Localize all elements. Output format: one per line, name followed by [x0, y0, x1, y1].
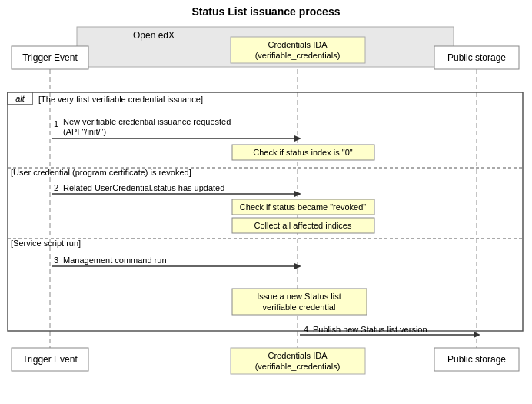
alt-label: alt: [15, 94, 25, 103]
credentials-ida-label2-top: (verifiable_credentials): [255, 51, 341, 60]
msg1-text-line2: (API "/init/"): [63, 127, 106, 136]
msg4-num: 4: [304, 325, 308, 334]
trigger-event-label-top: Trigger Event: [22, 52, 78, 63]
msg3-text: Management command run: [63, 255, 167, 265]
trigger-event-label-bottom: Trigger Event: [22, 354, 78, 365]
public-storage-label-bottom: Public storage: [447, 354, 506, 365]
open-edx-label-top: Open edX: [133, 30, 175, 41]
credentials-ida-label1-bottom: Credentials IDA: [268, 351, 328, 360]
public-storage-label-top: Public storage: [447, 52, 506, 63]
check-status-revoked-text: Check if status became "revoked": [240, 202, 366, 212]
sequence-diagram: Status List issuance process Open edX Cr…: [0, 0, 532, 404]
issue-status-list-line1: Issue a new Status list: [257, 292, 341, 301]
issue-status-list-line2: verifiable credential: [263, 302, 336, 312]
diagram-title: Status List issuance process: [192, 5, 341, 18]
credentials-ida-label1-top: Credentials IDA: [268, 40, 328, 49]
diagram-container: Status List issuance process Open edX Cr…: [0, 0, 532, 404]
second-guard-text: [User credential (program certificate) i…: [11, 168, 191, 177]
msg1-text-line1: New verifiable credential issuance reque…: [63, 117, 231, 126]
third-guard-text: [Service script run]: [11, 239, 81, 248]
msg3-num: 3: [54, 255, 58, 265]
check-status-index-text: Check if status index is "0": [253, 148, 353, 157]
credentials-ida-label2-bottom: (verifiable_credentials): [255, 362, 341, 371]
msg4-text: Publish new Status list version: [313, 325, 427, 334]
msg1-num: 1: [54, 119, 58, 129]
msg2-text: Related UserCredential.status has update…: [63, 183, 224, 192]
collect-indices-text: Collect all affected indices: [254, 221, 352, 230]
first-guard-text: [The very first verifiable credential is…: [38, 95, 203, 104]
msg2-num: 2: [54, 183, 58, 192]
